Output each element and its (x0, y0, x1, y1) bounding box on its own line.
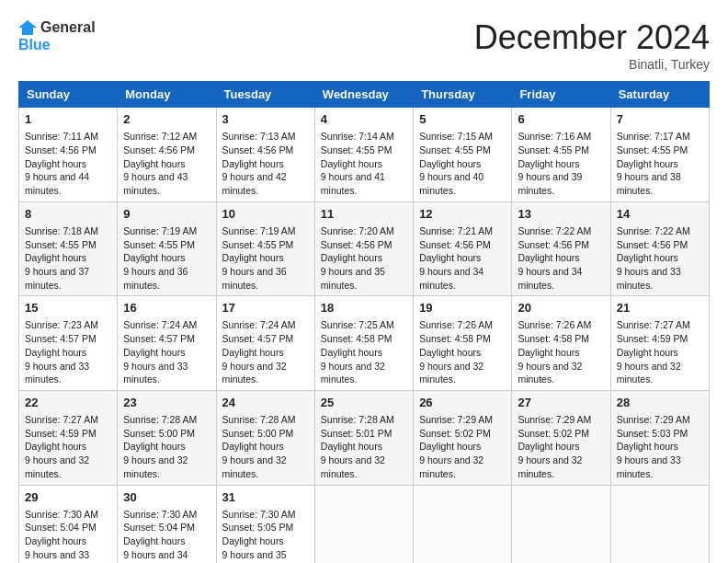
logo: General Blue (18, 18, 96, 53)
day-number: 24 (222, 395, 309, 411)
cell-content: 26Sunrise: 7:29 AMSunset: 5:02 PMDayligh… (419, 395, 506, 481)
day-number: 7 (617, 111, 703, 128)
calendar-cell: 4Sunrise: 7:14 AMSunset: 4:55 PMDaylight… (314, 108, 413, 202)
day-number: 16 (123, 300, 210, 316)
day-number: 29 (25, 489, 111, 506)
weekday-header-wednesday: Wednesday (314, 82, 413, 108)
calendar-cell: 30Sunrise: 7:30 AMSunset: 5:04 PMDayligh… (118, 485, 216, 563)
weekday-header-saturday: Saturday (610, 82, 709, 108)
calendar-table: SundayMondayTuesdayWednesdayThursdayFrid… (18, 81, 710, 563)
cell-content: 23Sunrise: 7:28 AMSunset: 5:00 PMDayligh… (123, 395, 210, 481)
cell-content: 3Sunrise: 7:13 AMSunset: 4:56 PMDaylight… (222, 111, 309, 198)
calendar-cell: 8Sunrise: 7:18 AMSunset: 4:55 PMDaylight… (19, 201, 118, 296)
day-number: 17 (222, 300, 309, 316)
calendar-cell: 25Sunrise: 7:28 AMSunset: 5:01 PMDayligh… (314, 390, 413, 485)
day-number: 6 (518, 111, 604, 128)
weekday-header-tuesday: Tuesday (216, 82, 314, 108)
logo-wrapper: General Blue (18, 18, 96, 53)
calendar-week-4: 22Sunrise: 7:27 AMSunset: 4:59 PMDayligh… (19, 390, 710, 485)
calendar-cell (414, 485, 512, 563)
day-number: 2 (123, 111, 210, 128)
day-number: 12 (419, 206, 506, 223)
day-number: 23 (123, 395, 210, 411)
day-number: 30 (123, 489, 210, 506)
cell-content: 24Sunrise: 7:28 AMSunset: 5:00 PMDayligh… (222, 395, 309, 481)
day-number: 26 (419, 395, 506, 411)
calendar-cell: 5Sunrise: 7:15 AMSunset: 4:55 PMDaylight… (414, 108, 512, 202)
calendar-cell: 9Sunrise: 7:19 AMSunset: 4:55 PMDaylight… (118, 201, 216, 296)
calendar-cell: 16Sunrise: 7:24 AMSunset: 4:57 PMDayligh… (118, 296, 216, 391)
weekday-header-monday: Monday (118, 82, 216, 108)
calendar-cell: 17Sunrise: 7:24 AMSunset: 4:57 PMDayligh… (216, 296, 314, 391)
calendar-cell: 18Sunrise: 7:25 AMSunset: 4:58 PMDayligh… (314, 296, 413, 391)
calendar-cell: 10Sunrise: 7:19 AMSunset: 4:55 PMDayligh… (216, 201, 314, 296)
day-number: 15 (25, 300, 111, 316)
day-number: 11 (321, 206, 407, 223)
cell-content: 30Sunrise: 7:30 AMSunset: 5:04 PMDayligh… (123, 489, 210, 564)
cell-content: 19Sunrise: 7:26 AMSunset: 4:58 PMDayligh… (419, 300, 506, 386)
calendar-cell: 3Sunrise: 7:13 AMSunset: 4:56 PMDaylight… (216, 108, 314, 202)
title-block: December 2024 Binatli, Turkey (474, 18, 710, 72)
weekday-header-friday: Friday (512, 82, 610, 108)
calendar-cell: 24Sunrise: 7:28 AMSunset: 5:00 PMDayligh… (216, 390, 314, 485)
calendar-cell: 31Sunrise: 7:30 AMSunset: 5:05 PMDayligh… (216, 485, 314, 563)
day-number: 21 (617, 300, 703, 316)
cell-content: 8Sunrise: 7:18 AMSunset: 4:55 PMDaylight… (25, 206, 111, 293)
calendar-cell: 21Sunrise: 7:27 AMSunset: 4:59 PMDayligh… (610, 296, 709, 391)
cell-content: 29Sunrise: 7:30 AMSunset: 5:04 PMDayligh… (25, 489, 111, 564)
logo-general-text: General (40, 19, 96, 36)
cell-content: 25Sunrise: 7:28 AMSunset: 5:01 PMDayligh… (321, 395, 407, 481)
calendar-week-3: 15Sunrise: 7:23 AMSunset: 4:57 PMDayligh… (19, 296, 710, 391)
calendar-cell: 23Sunrise: 7:28 AMSunset: 5:00 PMDayligh… (118, 390, 216, 485)
calendar-cell: 15Sunrise: 7:23 AMSunset: 4:57 PMDayligh… (19, 296, 118, 391)
cell-content: 1Sunrise: 7:11 AMSunset: 4:56 PMDaylight… (25, 111, 111, 198)
cell-content: 9Sunrise: 7:19 AMSunset: 4:55 PMDaylight… (123, 206, 210, 293)
calendar-cell: 22Sunrise: 7:27 AMSunset: 4:59 PMDayligh… (19, 390, 118, 485)
calendar-week-2: 8Sunrise: 7:18 AMSunset: 4:55 PMDaylight… (19, 201, 710, 296)
calendar-cell (610, 485, 709, 563)
calendar-cell: 14Sunrise: 7:22 AMSunset: 4:56 PMDayligh… (610, 201, 709, 296)
day-number: 10 (222, 206, 309, 223)
cell-content: 4Sunrise: 7:14 AMSunset: 4:55 PMDaylight… (321, 111, 407, 198)
day-number: 3 (222, 111, 309, 128)
weekday-header-thursday: Thursday (414, 82, 512, 108)
calendar-cell: 28Sunrise: 7:29 AMSunset: 5:03 PMDayligh… (610, 390, 709, 485)
cell-content: 14Sunrise: 7:22 AMSunset: 4:56 PMDayligh… (617, 206, 703, 293)
cell-content: 18Sunrise: 7:25 AMSunset: 4:58 PMDayligh… (321, 300, 407, 386)
calendar-header-row: SundayMondayTuesdayWednesdayThursdayFrid… (19, 82, 710, 108)
cell-content: 17Sunrise: 7:24 AMSunset: 4:57 PMDayligh… (222, 300, 309, 386)
day-number: 19 (419, 300, 506, 316)
calendar-cell: 1Sunrise: 7:11 AMSunset: 4:56 PMDaylight… (19, 108, 118, 202)
cell-content: 28Sunrise: 7:29 AMSunset: 5:03 PMDayligh… (617, 395, 703, 481)
calendar-cell (512, 485, 610, 563)
day-number: 27 (518, 395, 604, 411)
day-number: 4 (321, 111, 407, 128)
cell-content: 13Sunrise: 7:22 AMSunset: 4:56 PMDayligh… (518, 206, 604, 293)
day-number: 14 (617, 206, 703, 223)
cell-content: 16Sunrise: 7:24 AMSunset: 4:57 PMDayligh… (123, 300, 210, 386)
cell-content: 6Sunrise: 7:16 AMSunset: 4:55 PMDaylight… (518, 111, 604, 198)
calendar-body: 1Sunrise: 7:11 AMSunset: 4:56 PMDaylight… (19, 108, 710, 564)
day-number: 22 (25, 395, 111, 411)
day-number: 25 (321, 395, 407, 411)
cell-content: 2Sunrise: 7:12 AMSunset: 4:56 PMDaylight… (123, 111, 210, 198)
logo-top: General (18, 18, 96, 37)
calendar-week-1: 1Sunrise: 7:11 AMSunset: 4:56 PMDaylight… (19, 108, 710, 202)
calendar-cell: 19Sunrise: 7:26 AMSunset: 4:58 PMDayligh… (414, 296, 512, 391)
calendar-cell: 27Sunrise: 7:29 AMSunset: 5:02 PMDayligh… (512, 390, 610, 485)
day-number: 18 (321, 300, 407, 316)
cell-content: 11Sunrise: 7:20 AMSunset: 4:56 PMDayligh… (321, 206, 407, 293)
day-number: 1 (25, 111, 111, 128)
calendar-cell: 12Sunrise: 7:21 AMSunset: 4:56 PMDayligh… (414, 201, 512, 296)
calendar-cell: 29Sunrise: 7:30 AMSunset: 5:04 PMDayligh… (19, 485, 118, 563)
day-number: 28 (617, 395, 703, 411)
day-number: 9 (123, 206, 210, 223)
calendar-cell: 7Sunrise: 7:17 AMSunset: 4:55 PMDaylight… (610, 108, 709, 202)
cell-content: 22Sunrise: 7:27 AMSunset: 4:59 PMDayligh… (25, 395, 111, 481)
day-number: 5 (419, 111, 506, 128)
calendar-cell: 20Sunrise: 7:26 AMSunset: 4:58 PMDayligh… (512, 296, 610, 391)
day-number: 20 (518, 300, 604, 316)
weekday-header-sunday: Sunday (19, 82, 118, 108)
logo-bird-icon (18, 18, 37, 37)
calendar-cell (314, 485, 413, 563)
